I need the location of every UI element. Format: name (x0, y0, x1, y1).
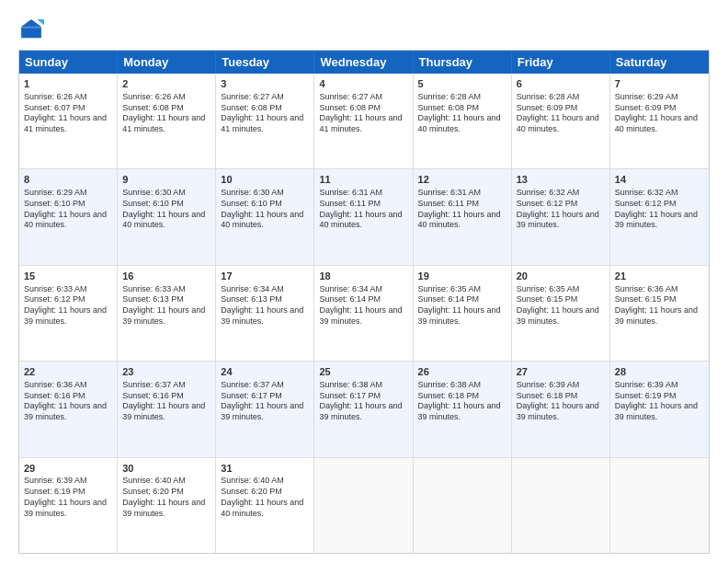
sunset-text: Sunset: 6:20 PM (122, 487, 210, 498)
calendar-cell: 16Sunrise: 6:33 AMSunset: 6:13 PMDayligh… (118, 266, 216, 361)
day-number: 6 (517, 77, 605, 91)
sunrise-text: Sunrise: 6:33 AM (122, 284, 210, 295)
sunset-text: Sunset: 6:16 PM (122, 391, 210, 402)
sunset-text: Sunset: 6:18 PM (418, 391, 506, 402)
sunset-text: Sunset: 6:13 PM (221, 294, 309, 305)
header-day: Monday (118, 51, 216, 74)
header-day: Friday (512, 51, 610, 74)
calendar-cell: 12Sunrise: 6:31 AMSunset: 6:11 PMDayligh… (414, 169, 512, 264)
sunset-text: Sunset: 6:07 PM (24, 103, 112, 114)
calendar-cell: 9Sunrise: 6:30 AMSunset: 6:10 PMDaylight… (118, 169, 216, 264)
sunset-text: Sunset: 6:08 PM (319, 103, 407, 114)
calendar-row: 1Sunrise: 6:26 AMSunset: 6:07 PMDaylight… (19, 74, 709, 168)
sunrise-text: Sunrise: 6:35 AM (418, 284, 506, 295)
daylight-text: Daylight: 11 hours and 39 minutes. (122, 498, 210, 519)
daylight-text: Daylight: 11 hours and 40 minutes. (122, 210, 210, 231)
daylight-text: Daylight: 11 hours and 40 minutes. (615, 113, 704, 134)
day-number: 12 (418, 173, 506, 187)
daylight-text: Daylight: 11 hours and 39 minutes. (24, 305, 112, 327)
day-number: 8 (24, 173, 112, 187)
day-number: 21 (615, 270, 704, 283)
sunrise-text: Sunrise: 6:29 AM (615, 92, 704, 103)
calendar-cell: 1Sunrise: 6:26 AMSunset: 6:07 PMDaylight… (19, 74, 118, 168)
header (18, 17, 710, 42)
daylight-text: Daylight: 11 hours and 40 minutes. (24, 210, 112, 231)
sunrise-text: Sunrise: 6:26 AM (122, 92, 210, 103)
daylight-text: Daylight: 11 hours and 39 minutes. (517, 401, 605, 422)
sunset-text: Sunset: 6:09 PM (517, 103, 605, 114)
calendar-body: 1Sunrise: 6:26 AMSunset: 6:07 PMDaylight… (19, 74, 709, 553)
daylight-text: Daylight: 11 hours and 41 minutes. (24, 113, 112, 134)
sunset-text: Sunset: 6:10 PM (122, 199, 210, 210)
sunset-text: Sunset: 6:18 PM (517, 391, 605, 402)
daylight-text: Daylight: 11 hours and 39 minutes. (615, 401, 704, 422)
day-number: 4 (319, 77, 407, 91)
header-day: Tuesday (216, 51, 314, 74)
day-number: 31 (221, 462, 309, 476)
daylight-text: Daylight: 11 hours and 39 minutes. (319, 305, 407, 327)
day-number: 10 (221, 173, 309, 187)
calendar-cell: 19Sunrise: 6:35 AMSunset: 6:14 PMDayligh… (414, 266, 512, 361)
sunset-text: Sunset: 6:10 PM (24, 199, 112, 210)
calendar-cell (314, 458, 413, 553)
daylight-text: Daylight: 11 hours and 40 minutes. (418, 113, 506, 134)
calendar-cell: 22Sunrise: 6:36 AMSunset: 6:16 PMDayligh… (19, 362, 118, 456)
day-number: 17 (221, 270, 309, 283)
sunset-text: Sunset: 6:14 PM (418, 294, 506, 305)
sunrise-text: Sunrise: 6:40 AM (221, 476, 309, 487)
daylight-text: Daylight: 11 hours and 40 minutes. (418, 210, 506, 231)
sunrise-text: Sunrise: 6:37 AM (122, 380, 210, 391)
day-number: 30 (122, 462, 210, 476)
daylight-text: Daylight: 11 hours and 39 minutes. (517, 210, 605, 231)
sunrise-text: Sunrise: 6:39 AM (615, 380, 704, 391)
calendar-cell: 18Sunrise: 6:34 AMSunset: 6:14 PMDayligh… (314, 266, 413, 361)
daylight-text: Daylight: 11 hours and 39 minutes. (615, 305, 704, 327)
day-number: 3 (221, 77, 309, 91)
header-day: Sunday (19, 51, 118, 74)
day-number: 29 (24, 462, 112, 476)
calendar-row: 15Sunrise: 6:33 AMSunset: 6:12 PMDayligh… (19, 265, 709, 361)
sunset-text: Sunset: 6:10 PM (221, 199, 309, 210)
daylight-text: Daylight: 11 hours and 39 minutes. (24, 498, 112, 519)
day-number: 2 (122, 77, 210, 91)
calendar-cell (414, 458, 512, 553)
daylight-text: Daylight: 11 hours and 39 minutes. (418, 401, 506, 422)
day-number: 26 (418, 365, 506, 379)
day-number: 28 (615, 365, 704, 379)
day-number: 11 (319, 173, 407, 187)
sunset-text: Sunset: 6:16 PM (24, 391, 112, 402)
daylight-text: Daylight: 11 hours and 39 minutes. (24, 401, 112, 422)
day-number: 24 (221, 365, 309, 379)
sunset-text: Sunset: 6:09 PM (615, 103, 704, 114)
sunset-text: Sunset: 6:08 PM (122, 103, 210, 114)
calendar-cell: 14Sunrise: 6:32 AMSunset: 6:12 PMDayligh… (610, 169, 709, 264)
sunset-text: Sunset: 6:08 PM (221, 103, 309, 114)
calendar-row: 8Sunrise: 6:29 AMSunset: 6:10 PMDaylight… (19, 168, 709, 264)
sunset-text: Sunset: 6:08 PM (418, 103, 506, 114)
sunset-text: Sunset: 6:19 PM (615, 391, 704, 402)
sunrise-text: Sunrise: 6:28 AM (418, 92, 506, 103)
logo-icon (18, 17, 44, 42)
calendar-row: 22Sunrise: 6:36 AMSunset: 6:16 PMDayligh… (19, 361, 709, 456)
sunrise-text: Sunrise: 6:40 AM (122, 476, 210, 487)
logo (18, 17, 48, 42)
daylight-text: Daylight: 11 hours and 39 minutes. (319, 401, 407, 422)
calendar-cell: 17Sunrise: 6:34 AMSunset: 6:13 PMDayligh… (216, 266, 314, 361)
sunset-text: Sunset: 6:14 PM (319, 294, 407, 305)
calendar-cell: 15Sunrise: 6:33 AMSunset: 6:12 PMDayligh… (19, 266, 118, 361)
daylight-text: Daylight: 11 hours and 39 minutes. (615, 210, 704, 231)
svg-rect-2 (21, 27, 41, 29)
daylight-text: Daylight: 11 hours and 39 minutes. (122, 401, 210, 422)
sunrise-text: Sunrise: 6:27 AM (221, 92, 309, 103)
daylight-text: Daylight: 11 hours and 40 minutes. (221, 210, 309, 231)
calendar-cell (512, 458, 610, 553)
daylight-text: Daylight: 11 hours and 41 minutes. (122, 113, 210, 134)
sunrise-text: Sunrise: 6:30 AM (221, 188, 309, 199)
calendar-header: SundayMondayTuesdayWednesdayThursdayFrid… (19, 51, 709, 74)
day-number: 9 (122, 173, 210, 187)
sunset-text: Sunset: 6:17 PM (319, 391, 407, 402)
sunset-text: Sunset: 6:11 PM (418, 199, 506, 210)
daylight-text: Daylight: 11 hours and 40 minutes. (319, 210, 407, 231)
calendar-cell: 25Sunrise: 6:38 AMSunset: 6:17 PMDayligh… (314, 362, 413, 456)
calendar-cell: 27Sunrise: 6:39 AMSunset: 6:18 PMDayligh… (512, 362, 610, 456)
